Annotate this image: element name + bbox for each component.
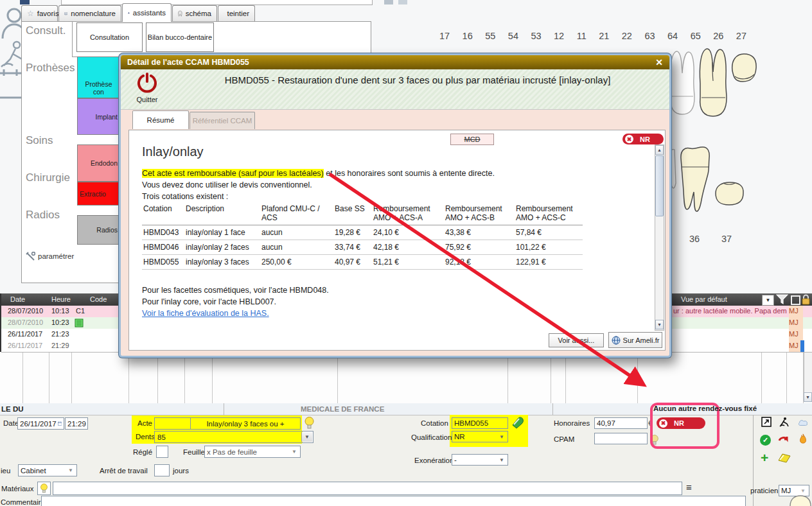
validate-icon[interactable]: ✓: [760, 435, 771, 446]
calendar-mini-icon[interactable]: [58, 420, 62, 427]
tooth-number[interactable]: 64: [667, 31, 678, 41]
tooth-number[interactable]: 22: [622, 31, 632, 41]
tooth-number[interactable]: 21: [599, 31, 609, 41]
feuille-dropdown-arrow[interactable]: ▼: [289, 447, 299, 457]
tooth-number-37[interactable]: 37: [721, 234, 732, 244]
tooth-number[interactable]: 11: [577, 31, 587, 41]
tooth-number-36[interactable]: 36: [689, 234, 700, 244]
tooth-number[interactable]: 63: [644, 31, 655, 41]
add-icon[interactable]: +: [761, 450, 768, 466]
time-field[interactable]: 21:29: [65, 417, 88, 430]
dents-combo[interactable]: 85 ▼: [154, 431, 313, 443]
tooth-number[interactable]: 53: [531, 31, 541, 41]
external-link-icon[interactable]: [761, 417, 772, 427]
acte-field[interactable]: Inlay/onlay 3 faces ou +: [154, 417, 301, 430]
window-restore-icon[interactable]: [791, 295, 800, 305]
tooth-number[interactable]: 54: [508, 31, 518, 41]
tab-schema[interactable]: schéma: [172, 5, 217, 21]
qualification-dropdown-arrow[interactable]: ▼: [497, 432, 507, 441]
bulb-icon-cpam[interactable]: [650, 434, 659, 446]
has-link[interactable]: Voir la fiche d'évaluation de la HAS.: [142, 309, 269, 318]
tooth-number[interactable]: 26: [713, 31, 723, 41]
tooth-number[interactable]: 55: [485, 31, 495, 41]
cloud-icon[interactable]: [798, 417, 808, 428]
tab-resume[interactable]: Résumé: [132, 110, 189, 129]
tab-favoris[interactable]: ☆ favoris: [21, 5, 58, 21]
modal-scroll-up[interactable]: ▲: [655, 145, 664, 155]
history-col-code[interactable]: Code: [90, 295, 107, 303]
tab-nomenclature[interactable]: nomenclature: [58, 5, 121, 21]
table-row[interactable]: HBMD046inlay/onlay 2 faces aucun33,74 € …: [142, 240, 583, 255]
table-row[interactable]: HBMD043inlay/onlay 1 face aucun19,28 € 2…: [142, 225, 583, 240]
quitter-label: Quitter: [132, 96, 162, 103]
materiaux-bulb-button[interactable]: [37, 482, 51, 495]
filter-funnel-icon[interactable]: [776, 294, 788, 305]
history-col-heure[interactable]: Heure: [51, 295, 71, 303]
dents-dropdown-arrow[interactable]: ▼: [301, 432, 312, 442]
honoraires-field[interactable]: 40,97: [594, 417, 648, 429]
quitter-button[interactable]: Quitter: [132, 73, 162, 103]
radios-button[interactable]: Radios: [77, 215, 120, 245]
cpam-field[interactable]: [594, 433, 648, 444]
date-field[interactable]: 26/11/2017: [17, 417, 64, 430]
history-view-label[interactable]: Vue par défaut: [681, 295, 727, 303]
scroll-down-button[interactable]: ▼: [804, 392, 812, 402]
menu-icon[interactable]: ≡: [686, 482, 691, 493]
extraction-button[interactable]: Extractio: [77, 182, 120, 205]
materiaux-field[interactable]: [53, 482, 682, 495]
cell-date: 26/11/2017: [8, 330, 42, 338]
tab-referentiel-ccam[interactable]: Référentiel CCAM: [190, 112, 255, 129]
cell-heure: 21:29: [51, 342, 69, 349]
arret-travail-field[interactable]: [154, 464, 170, 476]
praticien-dropdown-arrow[interactable]: ▼: [798, 486, 808, 495]
dialog-titlebar[interactable]: Détail de l'acte CCAM HBMD055 ✕: [121, 55, 669, 69]
qualification-dropdown[interactable]: NR ▼: [452, 431, 508, 442]
category-chirurgie[interactable]: Chirurgie: [26, 171, 70, 184]
note-book-icon[interactable]: [777, 453, 791, 463]
tab-teintier[interactable]: teintier: [218, 5, 255, 21]
upper-teeth-drawing[interactable]: [667, 46, 757, 143]
tooth-number[interactable]: 17: [439, 31, 450, 41]
exoneration-dropdown-arrow[interactable]: ▼: [497, 455, 507, 464]
modal-scroll-down[interactable]: ▼: [655, 320, 664, 329]
nr-badge-modal: ✖ NR: [622, 134, 664, 144]
history-col-date[interactable]: Date: [10, 295, 25, 303]
parametrer-button[interactable]: paramétrer: [26, 252, 74, 261]
flame-icon[interactable]: [798, 433, 808, 444]
feuille-dropdown[interactable]: x Pas de feuille ▼: [204, 446, 301, 458]
exoneration-dropdown[interactable]: - ▼: [452, 454, 508, 466]
close-icon[interactable]: ✕: [655, 57, 663, 67]
dents-value: 85: [155, 433, 166, 441]
bulb-icon-acte[interactable]: [304, 416, 315, 430]
lieu-dropdown-arrow[interactable]: ▼: [66, 466, 76, 475]
category-soins[interactable]: Soins: [26, 134, 53, 147]
sur-ameli-button[interactable]: Sur Ameli.fr: [608, 332, 662, 348]
modal-scroll-thumb[interactable]: [655, 155, 664, 216]
consultation-button[interactable]: Consultation: [76, 22, 143, 52]
tooth-number[interactable]: 65: [691, 31, 701, 41]
green-book-icon[interactable]: [511, 416, 525, 429]
tooth-number[interactable]: 16: [463, 31, 473, 41]
tab-assistants[interactable]: assistants: [122, 3, 172, 22]
regle-checkbox[interactable]: [156, 446, 168, 458]
commentaire-field[interactable]: [41, 496, 746, 506]
category-consult[interactable]: Consult.: [26, 24, 66, 37]
lower-teeth-drawing[interactable]: [667, 144, 750, 216]
lieu-dropdown[interactable]: Cabinet ▼: [18, 464, 77, 476]
cotation-field[interactable]: HBMD055: [452, 417, 508, 429]
table-row[interactable]: HBMD055inlay/onlay 3 faces 250,00 €40,97…: [142, 255, 583, 270]
voir-aussi-button[interactable]: Voir aussi...: [549, 333, 604, 347]
worker-small-icon[interactable]: [779, 417, 790, 427]
endodontie-button[interactable]: Endodon: [77, 144, 120, 182]
history-view-dropdown[interactable]: ▼: [762, 295, 774, 306]
bilan-bucco-dentaire-button[interactable]: Bilan bucco-dentaire: [146, 22, 214, 52]
lock-icon[interactable]: [801, 294, 811, 305]
category-radios[interactable]: Radios: [26, 209, 60, 222]
category-protheses[interactable]: Prothèses: [26, 62, 75, 74]
tooth-number[interactable]: 12: [554, 31, 564, 41]
prothese-button[interactable]: Prothèse con: [77, 57, 120, 98]
undo-icon[interactable]: [778, 435, 788, 445]
implant-button[interactable]: Implant: [77, 98, 120, 135]
tooth-number[interactable]: 27: [736, 31, 746, 41]
mcd-badge: MCD: [450, 134, 494, 145]
